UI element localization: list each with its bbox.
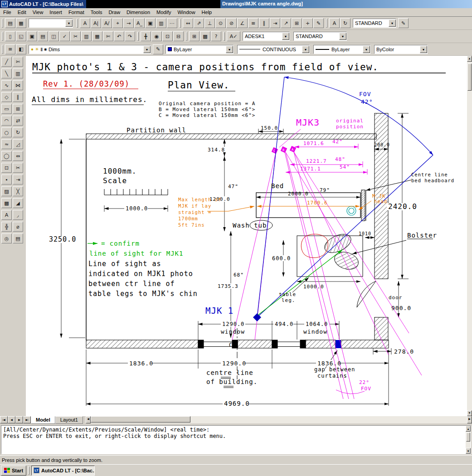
plotstyle-combo[interactable]: ByColor ▼: [374, 45, 428, 54]
scroll-up-arrow-icon[interactable]: ▲: [467, 56, 472, 62]
dimension-text-edit-icon[interactable]: A: [329, 18, 340, 28]
toolbar-grip[interactable]: [224, 32, 225, 41]
open-icon[interactable]: ◱: [16, 31, 26, 41]
scroll-thumb[interactable]: [466, 432, 470, 442]
menu-item[interactable]: Help: [199, 9, 215, 16]
diameter-dimension-icon[interactable]: ⊘: [226, 18, 237, 28]
oblique-text-icon[interactable]: A/: [102, 18, 112, 28]
dim-style-combo[interactable]: STANDARD ▼: [353, 19, 396, 28]
frame-text-icon[interactable]: ▣: [145, 18, 156, 28]
toolbar-grip[interactable]: [2, 32, 3, 41]
convert-text-icon[interactable]: →: [123, 18, 134, 28]
break-icon[interactable]: ╳: [13, 186, 23, 196]
insert-block-icon[interactable]: ⊡: [1, 163, 12, 173]
toolbar-grip[interactable]: [326, 19, 327, 28]
title-bar[interactable]: LT AutoCAD LT - [C:\Backup Files\ Drawin…: [0, 0, 472, 8]
underline-text-icon[interactable]: A_: [134, 18, 145, 28]
scroll-down-arrow-icon[interactable]: ▼: [467, 410, 472, 416]
menu-item[interactable]: View: [29, 9, 47, 16]
mirror-icon[interactable]: ⋈: [13, 80, 23, 90]
dimension-edit-icon[interactable]: ✎: [313, 18, 324, 28]
ordinate-dimension-icon[interactable]: ⊥: [204, 18, 215, 28]
table-grid-icon[interactable]: ╬: [1, 222, 12, 232]
layer-states-icon[interactable]: ◧: [16, 44, 26, 54]
polyline-icon[interactable]: ∿: [1, 80, 12, 90]
print-icon[interactable]: ▤: [38, 31, 48, 41]
taskbar-item-autocad[interactable]: LT AutoCAD LT - [C:\Bac...: [31, 466, 95, 476]
linetype-combo[interactable]: CONTINUOUS ▼: [237, 45, 310, 54]
continue-dimension-icon[interactable]: ⇥: [270, 18, 280, 28]
chevron-down-icon[interactable]: ▼: [282, 33, 289, 40]
chevron-down-icon[interactable]: ▼: [363, 46, 370, 53]
erase-icon[interactable]: ✄: [13, 57, 23, 67]
radius-dimension-icon[interactable]: ⊙: [215, 18, 226, 28]
scroll-thumb[interactable]: [467, 63, 472, 91]
pan-icon[interactable]: ╋: [141, 31, 151, 41]
region-icon[interactable]: ▩: [1, 198, 12, 208]
stretch-icon[interactable]: ⇔: [13, 151, 23, 161]
new-icon[interactable]: ▯: [5, 31, 15, 41]
menu-item[interactable]: Insert: [46, 9, 65, 16]
menu-item[interactable]: Window: [174, 9, 198, 16]
match-properties-icon[interactable]: ✄: [103, 31, 113, 41]
lineweight-combo[interactable]: ByLayer ▼: [313, 45, 370, 54]
aligned-dimension-icon[interactable]: ⇗: [194, 18, 204, 28]
array-icon[interactable]: ⊞: [13, 104, 23, 114]
toolbar-grip[interactable]: [77, 19, 78, 28]
chevron-down-icon[interactable]: ▼: [420, 46, 427, 53]
named-views-icon[interactable]: ▤: [13, 233, 23, 243]
zoom-window-icon[interactable]: ⊡: [162, 31, 173, 41]
find-replace-icon[interactable]: ⌖: [112, 18, 123, 28]
paste-icon[interactable]: ▦: [92, 31, 102, 41]
center-mark-icon[interactable]: +: [302, 18, 313, 28]
leader-icon[interactable]: ↗: [281, 18, 291, 28]
polygon-icon[interactable]: ◇: [1, 92, 12, 102]
zoom-magnifier-icon[interactable]: ◎: [1, 233, 12, 243]
menu-item[interactable]: Draw: [105, 9, 123, 16]
diameter-icon[interactable]: ⌀: [13, 222, 23, 232]
spline-icon[interactable]: ≈: [1, 139, 12, 149]
justify-text-icon[interactable]: ▥: [156, 18, 166, 28]
command-scrollbar[interactable]: ▲ ▼: [466, 426, 471, 454]
menu-item[interactable]: Format: [65, 9, 88, 16]
menu-item[interactable]: Modify: [153, 9, 174, 16]
tab-first-icon[interactable]: |◀: [0, 416, 8, 423]
zoom-previous-icon[interactable]: ⊟: [173, 31, 184, 41]
hatch-icon[interactable]: ▨: [1, 186, 12, 196]
menu-item[interactable]: Tools: [88, 9, 106, 16]
page-setup-icon[interactable]: ▤: [5, 18, 15, 28]
scroll-left-arrow-icon[interactable]: ◀: [86, 416, 91, 423]
tab-layout1[interactable]: Layout1: [55, 416, 83, 424]
arc-icon[interactable]: ◠: [1, 116, 12, 126]
scroll-up-arrow-icon[interactable]: ▲: [466, 426, 471, 432]
cut-icon[interactable]: ✂: [70, 31, 81, 41]
help-icon[interactable]: ?: [211, 31, 221, 41]
color-combo[interactable]: ByLayer ▼: [165, 45, 234, 54]
vertical-scrollbar[interactable]: ▲ ▼: [467, 56, 472, 416]
rotate-icon[interactable]: ↻: [13, 127, 23, 137]
chevron-down-icon[interactable]: ▼: [339, 33, 346, 40]
chamfer-icon[interactable]: ◢: [13, 198, 23, 208]
command-history[interactable]: [All/Center/Dynamic/Extents/Previous/Sca…: [1, 425, 471, 454]
toolbar-grip[interactable]: [180, 19, 181, 28]
dimension-update-icon[interactable]: ↻: [340, 18, 350, 28]
quick-dimension-icon[interactable]: ≡: [248, 18, 258, 28]
extend-icon[interactable]: ⇥: [13, 175, 23, 185]
menu-item[interactable]: Dimension: [123, 9, 153, 16]
dimension-style-icon[interactable]: ✎: [398, 18, 409, 28]
line-icon[interactable]: ╱: [1, 57, 12, 67]
tab-prev-icon[interactable]: ◀: [8, 416, 15, 423]
save-icon[interactable]: ▣: [27, 31, 37, 41]
trim-icon[interactable]: ✂: [13, 163, 23, 173]
layer-lock-icon[interactable]: ▮: [40, 47, 43, 52]
tab-next-icon[interactable]: ▶: [15, 416, 23, 423]
dtext-icon[interactable]: A: [80, 18, 90, 28]
chevron-down-icon[interactable]: ▼: [226, 46, 233, 53]
scroll-thumb[interactable]: [91, 416, 190, 423]
make-layer-current-icon[interactable]: ✎: [153, 44, 163, 54]
table-icon[interactable]: ⊞: [189, 31, 200, 41]
layers-icon[interactable]: ≡: [5, 44, 15, 54]
offset-icon[interactable]: ∥: [13, 92, 23, 102]
drawing-canvas[interactable]: MJK photo's 1 & 3 - camera positions fro…: [26, 56, 467, 416]
move-icon[interactable]: ⇄: [13, 116, 23, 126]
